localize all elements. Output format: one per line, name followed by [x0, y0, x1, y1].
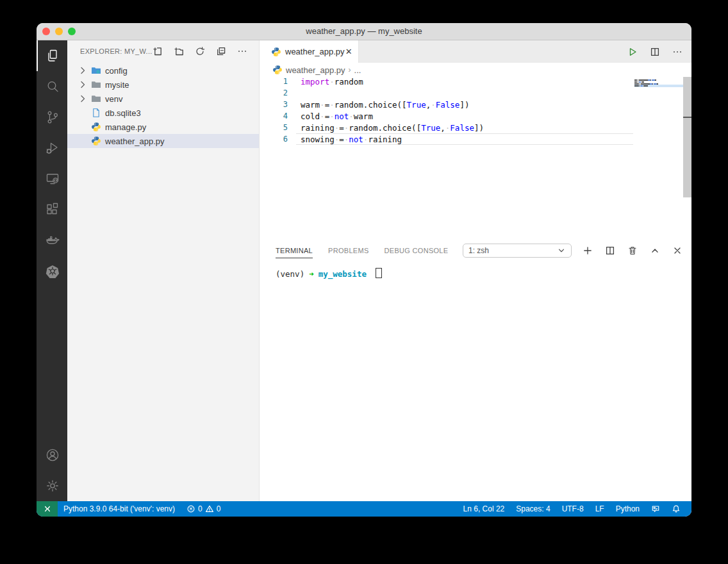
split-terminal-button[interactable]: [605, 245, 615, 256]
editor-scrollbar[interactable]: [683, 77, 691, 197]
line-number: 3: [260, 100, 288, 109]
code-text: warm·=·random.choice([True,·False]): [288, 100, 469, 110]
panel-header: TERMINALPROBLEMSDEBUG CONSOLE 1: zsh: [260, 241, 691, 260]
code-text: cold·=·not·warm: [288, 112, 373, 121]
minimap-line: [634, 79, 683, 81]
tree-item-venv[interactable]: venv: [67, 92, 259, 106]
error-icon: [186, 504, 195, 513]
status-encoding[interactable]: UTF-8: [556, 501, 590, 517]
more-actions-button[interactable]: [672, 47, 682, 57]
kubernetes-icon: [45, 263, 60, 279]
run-python-file-button[interactable]: [627, 47, 638, 57]
tree-item-label: manage.py: [105, 122, 146, 132]
terminal-prompt-line: (venv)➜my_website: [276, 268, 691, 279]
line-number: 2: [260, 88, 288, 97]
code-line-4[interactable]: 4cold·=·not·warm: [260, 110, 691, 122]
activity-item-accounts[interactable]: [37, 440, 67, 470]
status-problems[interactable]: 00: [181, 501, 226, 517]
close-tab-icon[interactable]: ✕: [345, 47, 353, 56]
status-language-mode[interactable]: Python: [610, 501, 645, 517]
new-folder-button[interactable]: ,: [174, 46, 184, 56]
close-panel-button[interactable]: [672, 245, 682, 256]
extensions-icon: [45, 202, 60, 217]
maximize-panel-button[interactable]: [650, 245, 660, 256]
status-eol[interactable]: LF: [590, 501, 610, 517]
chevron-right-icon: [78, 65, 88, 76]
status-indentation[interactable]: Spaces: 4: [510, 501, 556, 517]
git-branch-icon: [45, 110, 60, 125]
activity-item-search[interactable]: [37, 71, 67, 102]
terminal-select[interactable]: 1: zsh: [463, 244, 572, 258]
new-file-button[interactable]: ,: [153, 46, 163, 56]
files-icon: [45, 48, 60, 63]
activity-item-source-control[interactable]: [37, 102, 67, 133]
explorer-header: EXPLORER: MY_W... ,,: [67, 40, 259, 62]
tree-item-config[interactable]: config: [67, 63, 259, 78]
refresh-button[interactable]: [195, 46, 205, 56]
chevron-right-icon: [78, 122, 88, 132]
breadcrumb[interactable]: weather_app.py › ...: [260, 63, 691, 77]
panel-tab-problems[interactable]: PROBLEMS: [328, 243, 369, 258]
code-editor[interactable]: 1import·random23warm·=·random.choice([Tr…: [260, 77, 691, 241]
code-text: import·random: [288, 77, 363, 87]
more-actions-button[interactable]: [237, 46, 247, 56]
status-right: Ln 6, Col 22Spaces: 4UTF-8LFPython: [458, 501, 691, 517]
new-terminal-button[interactable]: [583, 245, 593, 256]
status-notifications[interactable]: [666, 501, 686, 517]
panel-tab-debug-console[interactable]: DEBUG CONSOLE: [385, 243, 449, 258]
code-line-2[interactable]: 2: [260, 87, 691, 99]
breadcrumb-symbols[interactable]: ...: [354, 65, 361, 75]
tree-item-label: venv: [105, 94, 122, 104]
docker-icon: [45, 233, 60, 248]
tree-item-manage.py[interactable]: manage.py: [67, 120, 259, 134]
line-number: 1: [260, 77, 288, 86]
explorer-actions: ,,: [153, 46, 247, 56]
title-bar[interactable]: weather_app.py — my_website: [37, 23, 691, 40]
tree-item-mysite[interactable]: mysite: [67, 78, 259, 92]
tree-item-weather_app.py[interactable]: weather_app.py: [67, 134, 259, 148]
tree-item-db.sqlite3[interactable]: db.sqlite3: [67, 106, 259, 120]
remote-icon: [43, 504, 52, 513]
status-python-interpreter[interactable]: Python 3.9.0 64-bit ('venv': venv): [58, 501, 181, 517]
terminal-cursor: [376, 268, 382, 278]
tab-weather-app[interactable]: weather_app.py ✕: [260, 40, 359, 63]
status-bar: Python 3.9.0 64-bit ('venv': venv)00 Ln …: [37, 501, 691, 517]
activity-item-run-debug[interactable]: [37, 133, 67, 163]
editor-group: weather_app.py ✕ weather_app.py › ... 1i…: [260, 40, 691, 501]
minimap[interactable]: [634, 77, 683, 87]
chevron-down-icon: [557, 246, 566, 255]
debug-icon: [45, 140, 60, 156]
database-file-icon: [90, 108, 101, 118]
tree-item-label: weather_app.py: [105, 137, 165, 146]
code-text: snowing·=·not·raining: [288, 135, 402, 144]
activity-item-docker[interactable]: [37, 225, 67, 256]
folder-icon: [90, 94, 101, 104]
minimap-line: [634, 85, 683, 87]
activity-item-kubernetes[interactable]: [37, 256, 67, 286]
activity-item-explorer[interactable]: [37, 40, 67, 71]
activity-item-settings[interactable]: [37, 470, 67, 501]
code-line-3[interactable]: 3warm·=·random.choice([True,·False]): [260, 99, 691, 110]
collapse-folders-button[interactable]: [216, 46, 226, 56]
status-cursor-position[interactable]: Ln 6, Col 22: [458, 501, 511, 517]
code-line-1[interactable]: 1import·random: [260, 77, 691, 87]
code-line-6[interactable]: 6snowing·=·not·raining: [260, 133, 691, 145]
breadcrumb-file[interactable]: weather_app.py: [286, 65, 345, 75]
split-editor-button[interactable]: [650, 47, 660, 57]
search-icon: [45, 79, 60, 94]
terminal-panel: TERMINALPROBLEMSDEBUG CONSOLE 1: zsh (ve…: [260, 241, 691, 501]
kill-terminal-button[interactable]: [627, 245, 638, 256]
activity-item-extensions[interactable]: [37, 194, 67, 225]
line-number: 4: [260, 112, 288, 120]
remote-indicator[interactable]: [37, 501, 58, 517]
terminal-select-value: 1: zsh: [468, 246, 489, 255]
tab-label: weather_app.py: [285, 47, 345, 56]
activity-item-remote-explorer[interactable]: [37, 163, 67, 194]
line-number: 5: [260, 123, 288, 132]
activity-bar-spacer: [37, 286, 67, 440]
status-feedback[interactable]: [645, 501, 666, 517]
terminal-body[interactable]: (venv)➜my_website: [260, 260, 691, 501]
folder-icon: [90, 65, 101, 76]
panel-tab-terminal[interactable]: TERMINAL: [276, 243, 313, 258]
code-line-5[interactable]: 5raining·=·random.choice([True,·False]): [260, 122, 691, 133]
